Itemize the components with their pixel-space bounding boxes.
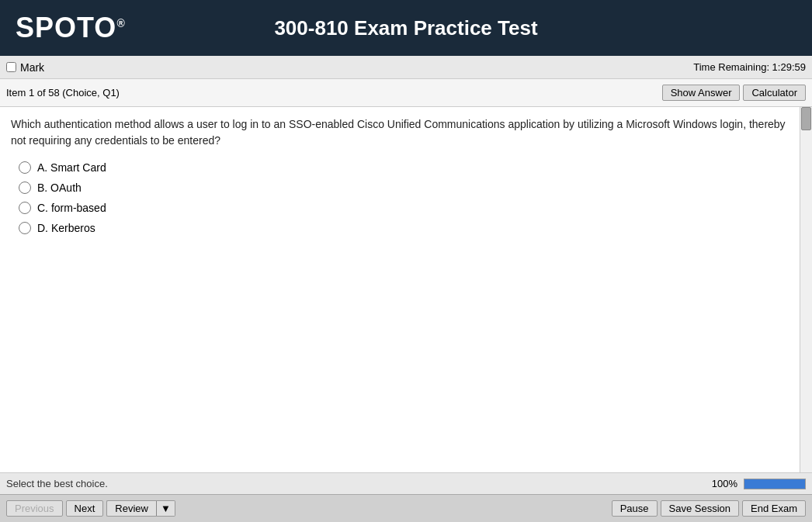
progress-area: 100% xyxy=(712,478,806,489)
pause-button[interactable]: Pause xyxy=(612,500,658,517)
choice-label: D. Kerberos xyxy=(37,222,95,234)
exam-title: 300-810 Exam Practice Test xyxy=(274,16,537,40)
mark-label: Mark xyxy=(20,61,44,74)
question-bar: Item 1 of 58 (Choice, Q1) Show Answer Ca… xyxy=(0,79,812,107)
scrollbar-thumb[interactable] xyxy=(801,107,811,130)
choice-radio-d[interactable] xyxy=(19,222,31,234)
header: SPOTO® 300-810 Exam Practice Test xyxy=(0,0,812,56)
review-wrapper: Review ▼ xyxy=(106,500,175,517)
choice-label: C. form-based xyxy=(37,202,106,214)
choice-radio-b[interactable] xyxy=(19,181,31,194)
right-nav: Pause Save Session End Exam xyxy=(612,500,806,517)
choice-label: A. Smart Card xyxy=(37,161,106,174)
question-bar-buttons: Show Answer Calculator xyxy=(662,85,806,101)
mark-checkbox[interactable] xyxy=(6,62,16,72)
choice-item[interactable]: B. OAuth xyxy=(19,181,789,194)
choice-item[interactable]: A. Smart Card xyxy=(19,161,789,174)
next-button[interactable]: Next xyxy=(66,500,104,517)
review-dropdown-button[interactable]: ▼ xyxy=(156,500,175,517)
progress-bar-fill xyxy=(744,479,805,489)
previous-button[interactable]: Previous xyxy=(6,500,63,517)
toolbar: Mark Time Remaining: 1:29:59 xyxy=(0,56,812,79)
calculator-button[interactable]: Calculator xyxy=(743,85,806,101)
left-nav: Previous Next Review ▼ xyxy=(6,500,175,517)
choice-radio-c[interactable] xyxy=(19,202,31,214)
scrollbar-track[interactable] xyxy=(800,107,812,472)
mark-area: Mark xyxy=(6,61,44,74)
progress-label: 100% xyxy=(712,478,737,489)
content-wrapper: Which authentication method allows a use… xyxy=(0,107,812,472)
choice-item[interactable]: C. form-based xyxy=(19,202,789,214)
choices: A. Smart CardB. OAuthC. form-basedD. Ker… xyxy=(19,161,789,234)
logo: SPOTO® xyxy=(16,12,126,44)
save-session-button[interactable]: Save Session xyxy=(661,500,740,517)
time-remaining: Time Remaining: 1:29:59 xyxy=(693,61,806,73)
end-exam-button[interactable]: End Exam xyxy=(742,500,806,517)
instruction-text: Select the best choice. xyxy=(6,478,108,489)
review-button[interactable]: Review xyxy=(106,500,156,517)
show-answer-button[interactable]: Show Answer xyxy=(662,85,741,101)
main-content: Which authentication method allows a use… xyxy=(0,107,800,472)
item-info: Item 1 of 58 (Choice, Q1) xyxy=(6,87,120,99)
choice-radio-a[interactable] xyxy=(19,161,31,174)
choice-item[interactable]: D. Kerberos xyxy=(19,222,789,234)
progress-bar-track xyxy=(744,479,806,489)
question-text: Which authentication method allows a use… xyxy=(11,116,789,149)
status-bar: Select the best choice. 100% xyxy=(0,472,812,494)
choice-label: B. OAuth xyxy=(37,181,82,194)
nav-bar: Previous Next Review ▼ Pause Save Sessio… xyxy=(0,494,812,522)
